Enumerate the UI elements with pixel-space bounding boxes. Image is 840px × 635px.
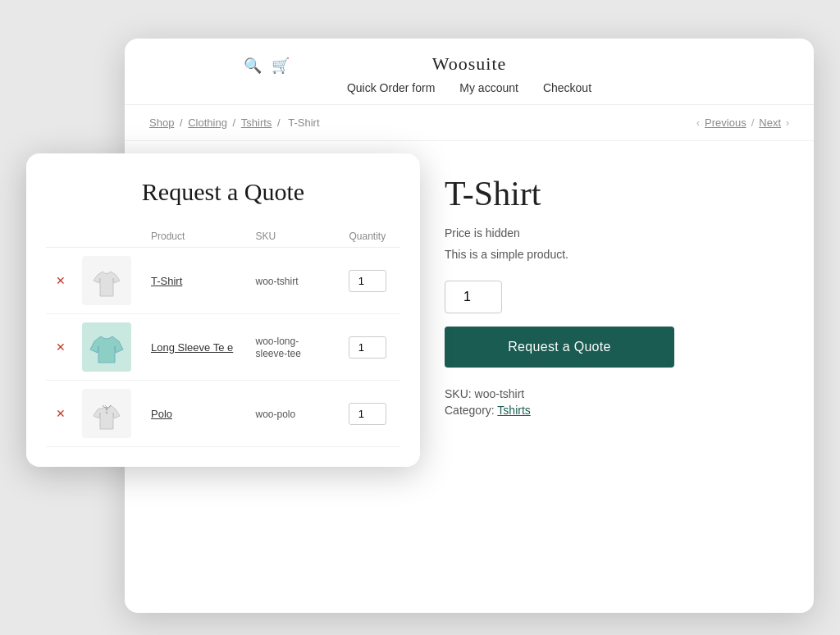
nav-my-account[interactable]: My account — [459, 81, 518, 94]
product-sku: SKU: woo-tshirt — [445, 387, 789, 400]
next-link[interactable]: Next — [759, 116, 781, 129]
product-description: This is a simple product. — [445, 248, 789, 261]
table-row: ✕ — [46, 381, 400, 447]
col-product-header: Product — [144, 226, 249, 248]
item-2-sku: woo-long-sleeve-tee — [256, 336, 301, 359]
item-2-qty-input[interactable] — [349, 336, 386, 359]
breadcrumb-clothing[interactable]: Clothing — [188, 116, 227, 129]
svg-point-3 — [106, 412, 107, 413]
item-2-link[interactable]: Long Sleeve Te e — [151, 341, 233, 354]
item-thumb-2 — [82, 322, 131, 372]
breadcrumb: Shop / Clothing / Tshirts / T-Shirt — [149, 116, 322, 129]
item-3-qty-input[interactable] — [349, 403, 386, 425]
cart-icon[interactable]: 🛒 — [272, 57, 290, 75]
table-row: ✕ Long Sleeve Te e — [46, 314, 400, 381]
item-3-link[interactable]: Polo — [151, 408, 172, 420]
site-header: Woosuite Quick Order form My account Che… — [125, 39, 814, 105]
item-1-link[interactable]: T-Shirt — [151, 275, 182, 287]
quote-table-header: Product SKU Quantity — [46, 226, 400, 248]
product-info: T-Shirt Price is hidden This is a simple… — [445, 158, 789, 420]
item-3-sku: woo-polo — [256, 409, 296, 420]
product-meta: SKU: woo-tshirt Category: Tshirts — [445, 387, 789, 417]
price-hidden-label: Price is hidden — [445, 226, 789, 240]
quote-form-card: Request a Quote Product SKU Quantity ✕ — [26, 153, 420, 467]
breadcrumb-tshirts[interactable]: Tshirts — [241, 116, 272, 129]
nav-quick-order[interactable]: Quick Order form — [347, 81, 435, 94]
main-nav: Quick Order form My account Checkout — [149, 81, 789, 94]
prev-chevron-icon: ‹ — [696, 117, 700, 129]
request-quote-button[interactable]: Request a Quote — [445, 327, 674, 368]
remove-item-2-button[interactable]: ✕ — [52, 340, 69, 354]
product-category: Category: Tshirts — [445, 404, 789, 417]
quote-table-body: ✕ T-Shirt — [46, 248, 400, 447]
remove-item-3-button[interactable]: ✕ — [52, 407, 69, 420]
item-thumb-3 — [82, 389, 131, 438]
item-thumb-1 — [82, 256, 131, 305]
breadcrumb-shop[interactable]: Shop — [149, 116, 174, 129]
next-chevron-icon: › — [786, 117, 789, 129]
table-row: ✕ T-Shirt — [46, 248, 400, 314]
header-icons-area: 🔍 🛒 — [244, 57, 290, 75]
breadcrumb-bar: Shop / Clothing / Tshirts / T-Shirt ‹ Pr… — [125, 105, 814, 141]
svg-point-2 — [106, 409, 107, 410]
product-title: T-Shirt — [445, 174, 789, 213]
sku-value: woo-tshirt — [475, 387, 525, 400]
search-icon[interactable]: 🔍 — [244, 57, 262, 75]
previous-link[interactable]: Previous — [705, 116, 746, 129]
quote-form-title: Request a Quote — [46, 178, 400, 206]
prev-next-nav: ‹ Previous / Next › — [696, 116, 789, 129]
sku-label: SKU: — [445, 387, 475, 400]
category-label: Category: — [445, 404, 497, 417]
remove-item-1-button[interactable]: ✕ — [52, 274, 69, 287]
item-1-sku: woo-tshirt — [256, 276, 299, 287]
category-link[interactable]: Tshirts — [497, 404, 530, 417]
breadcrumb-current: T-Shirt — [288, 116, 319, 129]
nav-checkout[interactable]: Checkout — [543, 81, 591, 94]
item-1-qty-input[interactable] — [349, 270, 386, 292]
quantity-input[interactable] — [445, 281, 502, 313]
col-qty-header: Quantity — [335, 226, 400, 248]
col-sku-header: SKU — [249, 226, 335, 248]
quote-items-table: Product SKU Quantity ✕ — [46, 226, 400, 447]
